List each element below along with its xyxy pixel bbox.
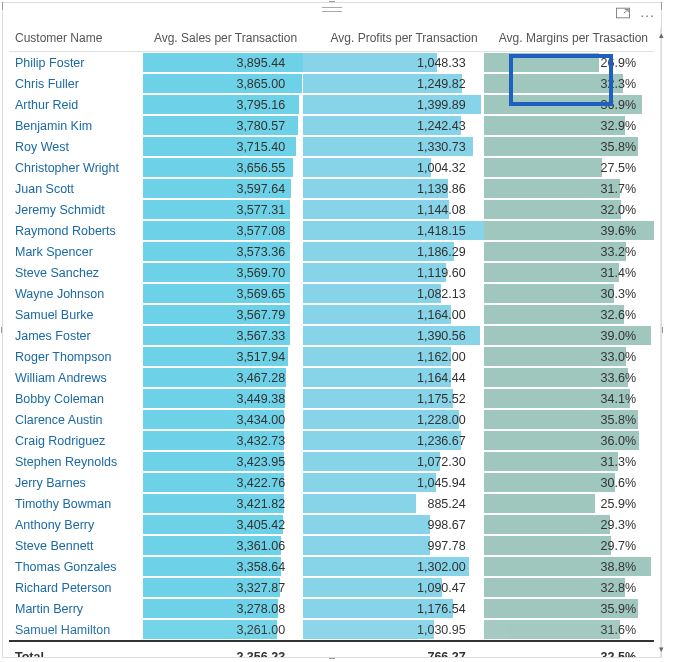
- sales-value: 3,577.08: [236, 224, 285, 238]
- cell-margins: 39.6%: [484, 220, 654, 241]
- cell-margins: 31.6%: [484, 619, 654, 641]
- table-row[interactable]: Wayne Johnson3,569.651,082.1330.3%: [9, 283, 654, 304]
- cell-customer-name: Philip Foster: [9, 52, 143, 74]
- table-row[interactable]: Jeremy Schmidt3,577.311,144.0832.0%: [9, 199, 654, 220]
- profits-value: 1,090.47: [417, 581, 466, 595]
- cell-margins: 32.3%: [484, 73, 654, 94]
- profits-value: 1,030.95: [417, 623, 466, 637]
- cell-customer-name: Stephen Reynolds: [9, 451, 143, 472]
- cell-sales: 3,656.55: [143, 157, 303, 178]
- cell-sales: 3,327.87: [143, 577, 303, 598]
- table-row[interactable]: Jerry Barnes3,422.761,045.9430.6%: [9, 472, 654, 493]
- col-header-profits[interactable]: Avg. Profits per Transaction: [303, 27, 484, 52]
- table-row[interactable]: Christopher Wright3,656.551,004.3227.5%: [9, 157, 654, 178]
- cell-profits: 1,144.08: [303, 199, 484, 220]
- table-row[interactable]: Clarence Austin3,434.001,228.0035.8%: [9, 409, 654, 430]
- sales-value: 3,656.55: [236, 161, 285, 175]
- cell-margins: 27.5%: [484, 157, 654, 178]
- margins-value: 32.3%: [601, 77, 636, 91]
- margins-value: 39.6%: [601, 224, 636, 238]
- col-header-margins[interactable]: Avg. Margins per Trasaction: [484, 27, 654, 52]
- table-row[interactable]: Mark Spencer3,573.361,186.2933.2%: [9, 241, 654, 262]
- table-row[interactable]: Anthony Berry3,405.42998.6729.3%: [9, 514, 654, 535]
- table-row[interactable]: William Andrews3,467.281,164.4433.6%: [9, 367, 654, 388]
- table-row[interactable]: Juan Scott3,597.641,139.8631.7%: [9, 178, 654, 199]
- cell-margins: 35.9%: [484, 598, 654, 619]
- focus-mode-icon[interactable]: [616, 7, 630, 22]
- cell-sales: 3,780.57: [143, 115, 303, 136]
- vertical-scrollbar[interactable]: ▴ ▾: [660, 27, 661, 657]
- col-header-sales[interactable]: Avg. Sales per Transaction: [143, 27, 303, 52]
- sales-value: 3,715.40: [236, 140, 285, 154]
- profits-value: 1,144.08: [417, 203, 466, 217]
- margins-value: 32.0%: [601, 203, 636, 217]
- table-row[interactable]: Samuel Hamilton3,261.001,030.9531.6%: [9, 619, 654, 641]
- cell-sales: 3,358.64: [143, 556, 303, 577]
- sales-value: 3,569.70: [236, 266, 285, 280]
- table-row[interactable]: Roger Thompson3,517.941,162.0033.0%: [9, 346, 654, 367]
- cell-sales: 3,423.95: [143, 451, 303, 472]
- profits-value: 1,302.00: [417, 560, 466, 574]
- cell-profits: 1,242.43: [303, 115, 484, 136]
- margins-bar: [484, 494, 595, 513]
- more-options-icon[interactable]: ···: [640, 10, 655, 20]
- cell-sales: 3,467.28: [143, 367, 303, 388]
- table-row[interactable]: Philip Foster3,895.441,048.3326.9%: [9, 52, 654, 74]
- data-table: Customer Name Avg. Sales per Transaction…: [9, 27, 654, 657]
- table-row[interactable]: Steve Bennett3,361.06997.7829.7%: [9, 535, 654, 556]
- cell-profits: 998.67: [303, 514, 484, 535]
- cell-margins: 25.9%: [484, 493, 654, 514]
- table-row[interactable]: Thomas Gonzales3,358.641,302.0038.8%: [9, 556, 654, 577]
- cell-customer-name: Bobby Coleman: [9, 388, 143, 409]
- cell-margins: 39.0%: [484, 325, 654, 346]
- table-row[interactable]: Samuel Burke3,567.791,164.0032.6%: [9, 304, 654, 325]
- cell-sales: 3,569.65: [143, 283, 303, 304]
- cell-margins: 32.0%: [484, 199, 654, 220]
- cell-profits: 1,119.60: [303, 262, 484, 283]
- cell-customer-name: Wayne Johnson: [9, 283, 143, 304]
- profits-value: 1,176.54: [417, 602, 466, 616]
- sales-value: 3,261.00: [236, 623, 285, 637]
- cell-sales: 3,261.00: [143, 619, 303, 641]
- table-row[interactable]: Steve Sanchez3,569.701,119.6031.4%: [9, 262, 654, 283]
- col-header-name[interactable]: Customer Name: [9, 27, 143, 52]
- table-row[interactable]: Arthur Reid3,795.161,399.8936.9%: [9, 94, 654, 115]
- table-row[interactable]: Craig Rodriguez3,432.731,236.6736.0%: [9, 430, 654, 451]
- cell-margins: 36.0%: [484, 430, 654, 451]
- table-row[interactable]: Benjamin Kim3,780.571,242.4332.9%: [9, 115, 654, 136]
- cell-sales: 3,577.08: [143, 220, 303, 241]
- drag-handle-icon[interactable]: [322, 7, 342, 12]
- cell-profits: 1,139.86: [303, 178, 484, 199]
- cell-sales: 3,361.06: [143, 535, 303, 556]
- cell-profits: 1,228.00: [303, 409, 484, 430]
- sales-value: 3,405.42: [236, 518, 285, 532]
- cell-sales: 3,567.79: [143, 304, 303, 325]
- table-row[interactable]: Chris Fuller3,865.001,249.8232.3%: [9, 73, 654, 94]
- cell-customer-name: Roger Thompson: [9, 346, 143, 367]
- table-row[interactable]: Raymond Roberts3,577.081,418.1539.6%: [9, 220, 654, 241]
- cell-margins: 29.3%: [484, 514, 654, 535]
- cell-customer-name: Christopher Wright: [9, 157, 143, 178]
- margins-value: 27.5%: [601, 161, 636, 175]
- totals-row: Total 2,356.23 766.27 32.5%: [9, 641, 654, 657]
- margins-value: 31.3%: [601, 455, 636, 469]
- margins-value: 33.0%: [601, 350, 636, 364]
- cell-customer-name: Clarence Austin: [9, 409, 143, 430]
- table-header-row: Customer Name Avg. Sales per Transaction…: [9, 27, 654, 52]
- cell-margins: 32.9%: [484, 115, 654, 136]
- cell-customer-name: William Andrews: [9, 367, 143, 388]
- table-row[interactable]: Richard Peterson3,327.871,090.4732.8%: [9, 577, 654, 598]
- table-visual[interactable]: ··· Customer Name Avg. Sales per Transac…: [2, 2, 662, 658]
- table-row[interactable]: Timothy Bowman3,421.82885.2425.9%: [9, 493, 654, 514]
- table-row[interactable]: Roy West3,715.401,330.7335.8%: [9, 136, 654, 157]
- table-row[interactable]: Stephen Reynolds3,423.951,072.3031.3%: [9, 451, 654, 472]
- margins-value: 32.8%: [601, 581, 636, 595]
- sales-value: 3,573.36: [236, 245, 285, 259]
- margins-bar: [484, 284, 614, 303]
- table-row[interactable]: Bobby Coleman3,449.381,175.5234.1%: [9, 388, 654, 409]
- cell-profits: 1,236.67: [303, 430, 484, 451]
- table-row[interactable]: James Foster3,567.331,390.5639.0%: [9, 325, 654, 346]
- margins-bar: [484, 536, 612, 555]
- profits-value: 1,004.32: [417, 161, 466, 175]
- table-row[interactable]: Martin Berry3,278.081,176.5435.9%: [9, 598, 654, 619]
